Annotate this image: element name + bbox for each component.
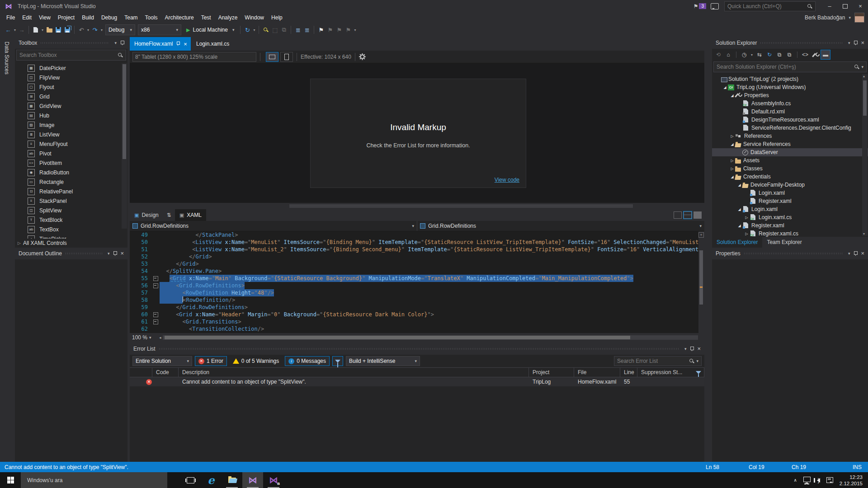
toolbox-item-rectangle[interactable]: ▭Rectangle [15,177,127,187]
home-icon[interactable]: ⌂ [724,50,733,59]
expanded-arrow-icon[interactable]: ◢ [729,142,735,146]
code-line-55[interactable]: 55 <Grid x:Name="Main" Background="{Stat… [130,275,704,282]
tab-login-xaml-cs[interactable]: Login.xaml.cs [191,37,235,51]
toolbox-item-menuflyout[interactable]: ≡MenuFlyout [15,139,127,149]
tab-solution-explorer[interactable]: Solution Explorer [712,237,762,248]
chevron-down-icon[interactable]: ▾ [848,251,850,256]
chevron-down-icon[interactable]: ▾ [848,41,850,45]
user-area[interactable]: Berk Babadoğan ▾ [805,13,864,23]
tree-item-properties[interactable]: ◢Properties [712,91,868,99]
fold-marker[interactable] [152,282,160,289]
scroll-up-icon[interactable]: ▴ [863,74,865,78]
tray-expand-icon[interactable]: ∧ [794,478,797,483]
toolbox-item-flyout[interactable]: ▢Flyout [15,82,127,92]
menu-item-architecture[interactable]: Architecture [161,13,198,22]
tree-item-triplog-universal-windows[interactable]: ◢C#TripLog (Universal Windows) [712,83,868,91]
expanded-arrow-icon[interactable]: ◢ [729,94,735,98]
network-icon[interactable] [803,477,811,482]
minimize-button[interactable]: – [822,1,837,12]
solution-explorer-search-input[interactable]: Search Solution Explorer (Ctrl+ş) ▾ [713,61,867,72]
expanded-arrow-icon[interactable]: ◢ [736,224,742,228]
design-view-tab[interactable]: ▣ Design [130,209,163,221]
sync-with-active-document-icon[interactable]: ⇆ [755,50,764,59]
collapsed-arrow-icon[interactable]: ▷ [729,134,735,138]
clock[interactable]: 12:23 2.12.2015 [840,474,863,487]
close-button[interactable]: × [853,1,868,12]
menu-item-test[interactable]: Test [198,13,215,22]
tree-item-service-references[interactable]: ◢Service References [712,140,868,148]
warnings-filter-button[interactable]: 0 of 5 Warnings [230,357,283,366]
properties-title-bar[interactable]: Properties ▾ × [712,248,868,259]
tree-item-register-xaml[interactable]: ◢Register.xaml [712,221,868,230]
code-line-59[interactable]: 59 </Grid.RowDefinitions> [130,304,704,311]
scroll-left-icon[interactable]: ◂ [158,335,163,340]
menu-item-window[interactable]: Window [241,13,268,22]
undo-icon[interactable]: ↶ [77,25,86,34]
tree-item-devicefamily-desktop[interactable]: ◢DeviceFamily-Desktop [712,181,868,189]
chevron-down-icon[interactable]: ▾ [114,41,117,45]
taskbar-search-input[interactable]: Windows'u ara [21,472,167,488]
back-icon[interactable]: ⟲ [714,50,723,59]
file-explorer-button[interactable] [222,472,242,488]
code-line-49[interactable]: 49 </StackPanel> [130,231,704,239]
clear-bookmarks-icon[interactable]: ⚑ [344,25,353,34]
code-line-60[interactable]: 60 <Grid x:Name="Header" Margin="0" Back… [130,311,704,318]
toolbox-item-pivot[interactable]: abPivot [15,149,127,158]
error-list-title-bar[interactable]: Error List ▾ × [130,343,704,355]
code-line-50[interactable]: 50 <ListView x:Name="MenuList" ItemsSour… [130,239,704,246]
menu-item-file[interactable]: File [3,13,19,22]
configuration-dropdown[interactable]: Debug▾ [105,24,135,35]
code-line-51[interactable]: 51 <ListView x:Name="MenuList_2" ItemsSo… [130,246,704,253]
toolbox-item-relativepanel[interactable]: ⊡RelativePanel [15,187,127,196]
tree-item-assets[interactable]: ▷Assets [712,156,868,164]
tree-item-references[interactable]: ▷References [712,132,868,140]
menu-item-help[interactable]: Help [268,13,286,22]
speaker-icon[interactable] [817,478,820,483]
collapsed-arrow-icon[interactable]: ▷ [744,216,750,220]
build-filter-dropdown[interactable]: Build + IntelliSense▾ [346,356,420,366]
pin-icon[interactable] [176,42,180,46]
view-code-link[interactable]: View code [495,177,519,183]
toolbox-item-image[interactable]: ▨Image [15,120,127,130]
notification-badge[interactable]: 3 [699,3,706,9]
expanded-arrow-icon[interactable]: ◢ [736,207,742,211]
quick-launch-input[interactable]: Quick Launch (Ctrl+Q) [724,1,816,11]
close-icon[interactable]: × [697,347,701,351]
expanded-arrow-icon[interactable]: ◢ [722,85,728,89]
find-in-files-icon[interactable] [261,25,270,34]
code-line-58[interactable]: 58 <RowDefinition/> [130,296,704,304]
collapsed-arrow-icon[interactable]: ▷ [729,159,735,163]
errors-filter-button[interactable]: ✕ 1 Error [195,356,227,366]
toolbox-item-flipview[interactable]: ◫FlipView [15,73,127,82]
collapse-pane-icon[interactable] [693,211,702,219]
breadcrumb-left[interactable]: Grid.RowDefinitions ▾ [130,221,417,231]
avatar[interactable] [854,13,864,23]
tree-item-classes[interactable]: ▷Classes [712,164,868,173]
close-icon[interactable]: × [184,41,187,47]
designer-settings-gear-icon[interactable] [359,53,366,60]
messages-filter-button[interactable]: i 0 Messages [285,356,330,366]
tree-scrollbar[interactable]: ▴ ▾ [862,74,868,236]
editor-vertical-scrollbar[interactable]: + [698,231,704,333]
editor-horizontal-scrollbar[interactable] [163,335,698,340]
toolbox-item-grid[interactable]: ⊞Grid [15,92,127,101]
portrait-button[interactable] [280,52,293,62]
toggle-indent-icon[interactable]: ≣ [293,25,302,34]
collapsed-arrow-icon[interactable]: ▷ [729,167,735,171]
expanded-arrow-icon[interactable]: ◢ [729,175,735,179]
document-outline-title-bar[interactable]: Document Outline ▾ × [15,248,127,259]
column-header-file[interactable]: File [574,368,620,377]
pin-icon[interactable] [690,347,693,351]
tree-item-register-xaml-cs[interactable]: ▷C#Register.xaml.cs [712,230,868,237]
designer-horizontal-scrollbar[interactable] [130,203,704,209]
save-icon[interactable] [54,25,63,34]
swap-panes-button[interactable]: ⇅ [163,212,175,218]
tree-item-servicereferences-designer-clientconfig[interactable]: ServiceReferences.Designer.ClientConfig [712,124,868,132]
code-line-53[interactable]: 53 </Grid> [130,260,704,267]
toolbox-item-timepicker[interactable]: ◔TimePicker [15,234,127,239]
tree-item-login-xaml[interactable]: ◢Login.xaml [712,205,868,213]
task-view-button[interactable] [180,472,201,488]
close-icon[interactable]: × [120,251,124,256]
tree-item-login-xaml[interactable]: Login.xaml [712,189,868,197]
code-line-54[interactable]: 54 </SplitView.Pane> [130,267,704,275]
